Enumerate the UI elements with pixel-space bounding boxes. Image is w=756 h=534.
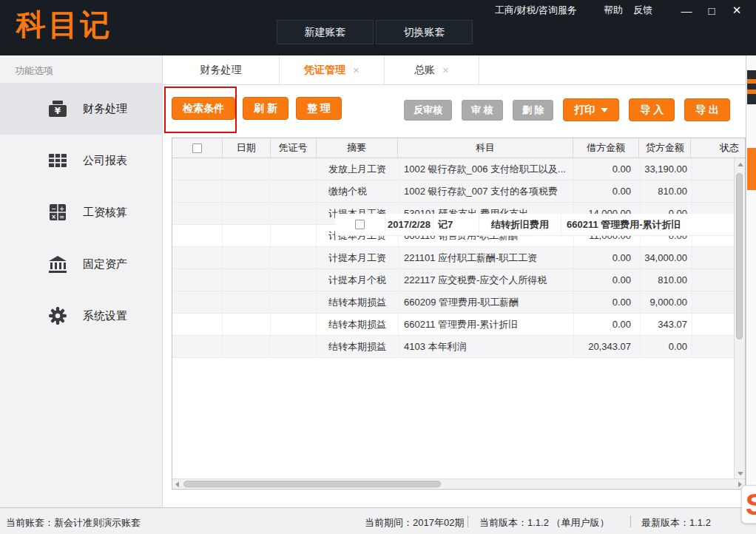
cell-status: [692, 336, 735, 357]
voucher-table: 日期 凭证号 摘要 科目 借方金额 贷方金额 状态 2017/2/23 记1 发…: [172, 138, 746, 490]
floating-service-badge[interactable]: S: [741, 485, 756, 524]
column-header-summary[interactable]: 摘要: [317, 138, 399, 158]
horizontal-scrollbar[interactable]: [172, 479, 745, 489]
export-button[interactable]: 导 出: [684, 98, 730, 121]
sidebar-menu: ¥ 财务处理 公司报表 −+×= 工资核算 固定资产: [0, 83, 163, 342]
tab-voucher-management[interactable]: 凭证管理 ×: [280, 55, 385, 84]
table-row[interactable]: 2017/2/28 记7 结转折旧费用 660211 管理费用-累计折旧 343…: [335, 214, 735, 236]
maximize-icon[interactable]: □: [704, 4, 719, 17]
sidebar-item-settings[interactable]: 系统设置: [0, 290, 163, 342]
sidebar-title: 功能选项: [15, 64, 53, 78]
cell-credit: 33,190.00: [641, 158, 692, 180]
svg-text:×: ×: [51, 214, 56, 220]
tab-label: 凭证管理: [304, 64, 345, 77]
scroll-up-icon[interactable]: [738, 163, 743, 166]
organize-button[interactable]: 整 理: [296, 97, 342, 120]
account-set-buttons: 新建账套 切换账套: [277, 20, 473, 44]
sidebar-item-reports[interactable]: 公司报表: [0, 135, 163, 186]
column-header-date[interactable]: 日期: [223, 138, 271, 158]
svg-text:+: +: [59, 206, 64, 212]
cell-summary: 计提本月个税: [317, 269, 399, 291]
cell-voucher-no: [271, 314, 317, 335]
vertical-scrollbar-thumb[interactable]: [736, 173, 743, 339]
settings-icon: [47, 306, 68, 325]
cell-summary: 结转本期损益: [317, 336, 399, 357]
cell-date: [223, 291, 271, 313]
tab-close-icon[interactable]: ×: [442, 64, 449, 76]
sidebar-item-fixed-assets[interactable]: 固定资产: [0, 238, 163, 290]
cell-credit: 34,000.00: [641, 247, 692, 268]
column-header-debit[interactable]: 借方金额: [573, 138, 640, 158]
close-icon[interactable]: ✕: [729, 4, 744, 17]
cell-summary: 结转本期损益: [317, 291, 399, 313]
tab-general-ledger[interactable]: 总账 ×: [385, 55, 479, 84]
reports-icon: [47, 151, 68, 170]
cell-summary: 计提本月工资: [317, 247, 399, 268]
docked-tab-orange[interactable]: [747, 148, 756, 190]
scroll-down-icon[interactable]: [738, 472, 743, 476]
table-body: 2017/2/23 记1 发放上月工资 221101 应付职工薪酬-职工工资 3…: [172, 158, 735, 480]
table-row[interactable]: 结转本期损益 660209 管理费用-职工薪酬 0.00 9,000.00: [172, 291, 735, 314]
print-dropdown-button[interactable]: 打印: [563, 98, 619, 121]
cell-debit: 20,343.07: [574, 336, 641, 357]
cell-account: 660211 管理费用-累计折旧: [399, 314, 574, 335]
tab-label: 总账: [414, 64, 435, 77]
cell-voucher-no: [271, 158, 317, 180]
table-row[interactable]: 结转本期损益 660211 管理费用-累计折旧 0.00 343.07: [172, 314, 735, 336]
feedback-link[interactable]: 反馈: [633, 4, 652, 17]
table-row[interactable]: 缴纳个税 1002 银行存款_007 支付的各项税费 0.00 810.00: [172, 180, 735, 203]
column-header-voucher-no[interactable]: 凭证号: [271, 138, 317, 158]
refresh-button[interactable]: 刷 新: [243, 97, 288, 120]
select-all-checkbox[interactable]: [192, 143, 202, 153]
table-row[interactable]: 计提本月工资 221101 应付职工薪酬-职工工资 0.00 34,000.00: [172, 247, 735, 269]
cell-summary: 结转本期损益: [317, 314, 399, 335]
unapprove-button[interactable]: 反审核: [404, 100, 452, 121]
cell-status: [692, 269, 735, 291]
row-checkbox[interactable]: [355, 220, 365, 229]
svg-text:−: −: [51, 206, 56, 212]
cell-account: 660209 管理费用-职工薪酬: [399, 291, 574, 313]
cell-voucher-no: [271, 269, 317, 291]
cell-debit: 0.00: [574, 314, 641, 335]
cell-debit: 0.00: [574, 158, 641, 180]
table-row[interactable]: 发放上月工资 1002 银行存款_006 支付给职工以及... 0.00 33,…: [172, 158, 735, 180]
help-link[interactable]: 帮助: [604, 4, 623, 17]
table-row[interactable]: 计提本月个税 222117 应交税费-应交个人所得税 0.00 810.00: [172, 269, 735, 291]
docked-panel-strip: [746, 55, 756, 507]
new-account-set-button[interactable]: 新建账套: [277, 20, 374, 44]
cell-summary: 结转折旧费用: [479, 214, 561, 235]
sidebar-item-label: 系统设置: [83, 309, 127, 323]
tab-close-icon[interactable]: ×: [353, 64, 360, 76]
column-header-credit[interactable]: 贷方金额: [639, 138, 691, 158]
column-header-status[interactable]: 状态: [691, 138, 745, 158]
column-header-account[interactable]: 科目: [398, 138, 573, 158]
sidebar-item-label: 工资核算: [83, 206, 127, 220]
scroll-left-icon[interactable]: [175, 481, 179, 487]
switch-account-set-button[interactable]: 切换账套: [376, 20, 473, 44]
cell-status: [692, 180, 735, 202]
cell-voucher-no: [271, 203, 317, 224]
search-conditions-button[interactable]: 检索条件: [172, 97, 235, 120]
sidebar-item-payroll[interactable]: −+×= 工资核算: [0, 186, 163, 238]
cell-account: 222117 应交税费-应交个人所得税: [399, 269, 574, 291]
horizontal-scrollbar-thumb[interactable]: [183, 481, 441, 487]
import-button[interactable]: 导 入: [629, 98, 675, 121]
tab-finance-processing[interactable]: 财务处理: [163, 55, 280, 84]
docked-tab-dark[interactable]: [747, 70, 756, 104]
cell-account: 4103 本年利润: [399, 336, 574, 357]
cell-debit: 0.00: [574, 269, 641, 291]
services-link[interactable]: 工商/财税/咨询服务: [495, 4, 577, 17]
delete-button[interactable]: 删 除: [513, 100, 554, 121]
minimize-icon[interactable]: —: [679, 4, 694, 17]
cell-credit: 810.00: [641, 269, 692, 291]
service-badge-letter: S: [746, 490, 756, 519]
cell-date: [223, 180, 271, 202]
table-row[interactable]: 结转本期损益 4103 本年利润 20,343.07 0.00: [172, 336, 735, 358]
cell-date: [223, 314, 271, 335]
cell-credit: 343.07: [641, 314, 692, 335]
vertical-scrollbar[interactable]: [734, 158, 745, 480]
sidebar-item-finance[interactable]: ¥ 财务处理: [0, 83, 163, 135]
approve-button[interactable]: 审 核: [462, 100, 503, 121]
cell-account: 1002 银行存款_007 支付的各项税费: [399, 180, 574, 202]
cell-account: 660211 管理费用-累计折旧: [561, 214, 735, 235]
